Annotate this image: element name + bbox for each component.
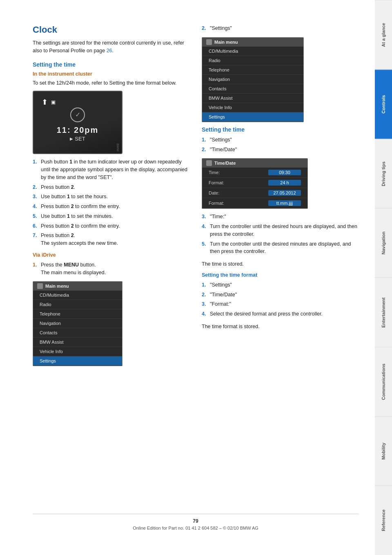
- sidebar-tab-entertainment[interactable]: Entertainment: [375, 278, 392, 347]
- page-link[interactable]: 26: [107, 48, 112, 54]
- menu-title-bar: Main menu: [33, 282, 122, 291]
- timedate-row-format1: Format: 24 h: [202, 178, 307, 188]
- menu-icon: [37, 283, 43, 289]
- right-sidebar: At a glance Controls Driving tips Naviga…: [375, 0, 392, 555]
- right-column: 2. "Settings" Main menu CD/Multimedia Ra…: [202, 25, 359, 501]
- menu-item-navigation: Navigation: [33, 319, 122, 328]
- right-setting-time-list: 1. "Settings" 2. "Time/Date": [202, 136, 359, 154]
- step-num: 2.: [202, 25, 207, 32]
- timedate-row-date: Date: 27.05.2012: [202, 188, 307, 198]
- list-item: 3. "Format:": [202, 300, 359, 308]
- format-steps-list: 1. "Settings" 2. "Time/Date" 3. "Format:…: [202, 281, 359, 318]
- instrument-cluster-heading: In the instrument cluster: [33, 71, 189, 77]
- time-format-stored-text: The time format is stored.: [202, 323, 359, 331]
- timedate-screenshot: Time/Date Time: 09:30 Format: 24 h Date:…: [202, 158, 308, 209]
- menu-item-bmwassist: BMW Assist: [33, 338, 122, 347]
- setting-time-heading: Setting the time: [33, 61, 189, 68]
- step-text: Select the desired format and press the …: [210, 310, 323, 318]
- menu-item-settings: Settings: [33, 356, 122, 366]
- instrument-cluster-body: To set the 12h/24h mode, refer to Settin…: [33, 79, 189, 87]
- dash-arrow-icon: ⬆: [42, 98, 48, 107]
- step-num: 3.: [202, 300, 207, 308]
- cluster-set-display: ▶ SET: [70, 136, 85, 142]
- list-item: 1. Push button 1 in the turn indicator l…: [33, 158, 189, 181]
- step-num: 2.: [33, 184, 38, 191]
- step-text: Push button 1 in the turn indicator leve…: [41, 158, 189, 181]
- step-text: "Time/Date": [210, 291, 237, 299]
- left-column: Clock The settings are stored for the re…: [33, 25, 189, 501]
- step-num: 1.: [202, 281, 207, 289]
- timedate-value-format2: tt.mm.jjjj: [268, 200, 301, 206]
- timedate-label-date: Date:: [209, 190, 219, 195]
- right-setting-time-heading: Setting the time: [202, 126, 359, 133]
- step-num: 2.: [202, 146, 207, 154]
- step-num: 3.: [33, 193, 38, 201]
- list-item: 1. "Settings": [202, 281, 359, 289]
- menu-item-vehicleinfo-r: Vehicle Info: [202, 103, 303, 112]
- sidebar-tab-controls[interactable]: Controls: [375, 69, 392, 139]
- sidebar-tab-communications[interactable]: Communications: [375, 347, 392, 416]
- watermark: BMW: [116, 143, 120, 152]
- timedate-value-time: 09:30: [268, 170, 301, 175]
- sidebar-tab-navigation[interactable]: Navigation: [375, 208, 392, 278]
- timedate-label-format2: Format:: [209, 201, 224, 206]
- menu-item-settings-r: Settings: [202, 112, 303, 122]
- right-more-steps-list: 3. "Time:" 4. Turn the controller until …: [202, 213, 359, 255]
- step-num: 2.: [202, 291, 207, 299]
- page-number: 79: [33, 518, 359, 524]
- instrument-cluster-image: ⬆ ▣ ✓ 11: 20pm ▶ SET BMW: [33, 91, 122, 154]
- step-num: 5.: [33, 213, 38, 220]
- step-num: 1.: [33, 158, 38, 181]
- step-num: 5.: [202, 240, 207, 256]
- step-num: 1.: [33, 261, 38, 277]
- menu-title-text: Main menu: [45, 284, 69, 289]
- sidebar-tab-mobility[interactable]: Mobility: [375, 416, 392, 486]
- timedate-title-bar: Time/Date: [202, 159, 307, 168]
- cluster-time-display: 11: 20pm: [57, 125, 99, 135]
- cluster-set-label: SET: [75, 136, 85, 142]
- list-item: 2. "Time/Date": [202, 146, 359, 154]
- list-item: 2. "Time/Date": [202, 291, 359, 299]
- list-item: 4. Turn the controller until the desired…: [202, 223, 359, 238]
- step-num: 4.: [202, 310, 207, 318]
- sidebar-tab-driving-tips[interactable]: Driving tips: [375, 139, 392, 208]
- step-text: "Settings": [210, 25, 232, 32]
- list-item: 2. Press button 2.: [33, 184, 189, 191]
- list-item: 3. "Time:": [202, 213, 359, 221]
- sidebar-tab-at-a-glance[interactable]: At a glance: [375, 0, 392, 69]
- list-item: 1. Press the MENU button.The main menu i…: [33, 261, 189, 277]
- step-text: Press button 2 to confirm the entry.: [41, 222, 120, 230]
- footer-text: Online Edition for Part no. 01 41 2 604 …: [33, 526, 359, 530]
- step-text: "Format:": [210, 300, 231, 308]
- list-item: 7. Press button 2.The system accepts the…: [33, 232, 189, 247]
- menu-item-radio-r: Radio: [202, 56, 303, 65]
- time-stored-text: The time is stored.: [202, 260, 359, 268]
- timedate-row-time: Time: 09:30: [202, 168, 307, 178]
- sidebar-tab-reference[interactable]: Reference: [375, 486, 392, 555]
- list-item: 2. "Settings": [202, 25, 359, 32]
- step-text: Turn the controller until the desired mi…: [210, 240, 359, 256]
- dash-check-icon: ✓: [70, 107, 85, 122]
- intro-text: The settings are stored for the remote c…: [33, 39, 189, 55]
- setting-time-format-heading: Setting the time format: [202, 272, 359, 278]
- list-item: 4. Select the desired format and press t…: [202, 310, 359, 318]
- timedate-value-date: 27.05.2012: [268, 190, 301, 196]
- step-text: Use button 1 to set the minutes.: [41, 213, 113, 220]
- step-num: 4.: [202, 223, 207, 238]
- timedate-icon: [206, 160, 212, 166]
- via-idrive-heading: Via iDrive: [33, 252, 189, 258]
- timedate-row-format2: Format: tt.mm.jjjj: [202, 198, 307, 208]
- menu-item-bmwassist-r: BMW Assist: [202, 94, 303, 103]
- step-num: 4.: [33, 203, 38, 210]
- step-num: 3.: [202, 213, 207, 221]
- list-item: 3. Use button 1 to set the hours.: [33, 193, 189, 201]
- via-idrive-list: 1. Press the MENU button.The main menu i…: [33, 261, 189, 277]
- list-item: 6. Press button 2 to confirm the entry.: [33, 222, 189, 230]
- menu-title-bar-right: Main menu: [202, 38, 303, 47]
- menu-item-radio: Radio: [33, 300, 122, 309]
- step-num: 7.: [33, 232, 38, 247]
- timedate-label-format1: Format:: [209, 180, 224, 185]
- step-text: Turn the controller until the desired ho…: [210, 223, 359, 238]
- page-footer: 79 Online Edition for Part no. 01 41 2 6…: [33, 514, 359, 530]
- instrument-steps-list: 1. Push button 1 in the turn indicator l…: [33, 158, 189, 247]
